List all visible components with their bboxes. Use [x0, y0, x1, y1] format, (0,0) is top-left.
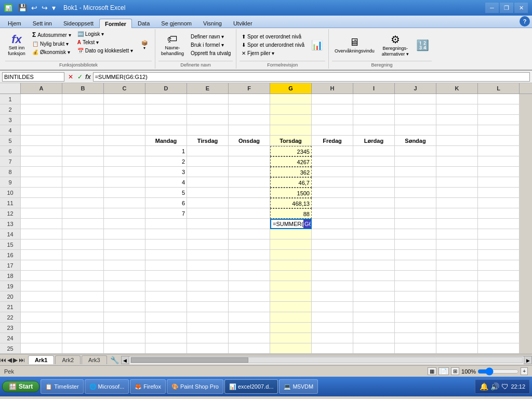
cell-a4[interactable] — [21, 125, 62, 136]
spor-overordnet-btn[interactable]: ⬆ Spor et overordnet nivå — [240, 33, 307, 41]
cell-b4[interactable] — [62, 125, 104, 136]
zoom-in-btn[interactable]: + — [521, 367, 528, 375]
cell-k12[interactable] — [436, 208, 478, 219]
col-header-i[interactable]: I — [353, 83, 395, 94]
cell-l9[interactable] — [478, 177, 520, 188]
dato-btn[interactable]: 📅 Dato og klokkeslett ▾ — [75, 47, 135, 55]
cell-h11[interactable] — [312, 198, 353, 208]
cell-k6[interactable] — [436, 146, 478, 156]
cell-k3[interactable] — [436, 115, 478, 125]
cell-b13[interactable] — [62, 219, 104, 229]
scroll-right-btn[interactable]: ▶ — [524, 356, 532, 364]
page-layout-btn[interactable]: 📄 — [438, 367, 449, 375]
tekst-btn[interactable]: A Tekst ▾ — [75, 38, 135, 46]
cell-j7[interactable] — [395, 156, 436, 167]
cell-f4[interactable] — [229, 125, 270, 136]
cell-a5[interactable] — [21, 136, 62, 146]
cell-j3[interactable] — [395, 115, 436, 125]
cell-j4[interactable] — [395, 125, 436, 136]
cell-j12[interactable] — [395, 208, 436, 219]
cell-b9[interactable] — [62, 177, 104, 188]
cell-i4[interactable] — [353, 125, 395, 136]
cell-a3[interactable] — [21, 115, 62, 125]
cell-h10[interactable] — [312, 188, 353, 198]
cell-k1[interactable] — [436, 94, 478, 104]
col-header-b[interactable]: B — [62, 83, 104, 94]
cell-e7[interactable] — [187, 156, 229, 167]
cell-j8[interactable] — [395, 167, 436, 177]
nylig-brukt-btn[interactable]: 📋 Nylig brukt ▾ — [30, 40, 73, 48]
taskbar-m5vdm[interactable]: 💻 M5VDM — [279, 379, 318, 394]
tray-network-icon[interactable]: 🔔 — [480, 382, 488, 391]
cell-k11[interactable] — [436, 198, 478, 208]
cell-e5[interactable]: Tirsdag — [187, 136, 229, 146]
cell-d6[interactable]: 1 — [145, 146, 187, 156]
normal-view-btn[interactable]: ▦ — [428, 367, 436, 375]
tab-formler[interactable]: Formler — [99, 19, 132, 28]
cell-i2[interactable] — [353, 104, 395, 115]
zoom-slider[interactable] — [477, 369, 519, 374]
cell-c3[interactable] — [104, 115, 145, 125]
cell-i3[interactable] — [353, 115, 395, 125]
cell-h4[interactable] — [312, 125, 353, 136]
cell-l2[interactable] — [478, 104, 520, 115]
cell-f10[interactable] — [229, 188, 270, 198]
cell-c7[interactable] — [104, 156, 145, 167]
cell-d13[interactable] — [145, 219, 187, 229]
cell-f11[interactable] — [229, 198, 270, 208]
col-header-l[interactable]: L — [478, 83, 520, 94]
cell-f9[interactable] — [229, 177, 270, 188]
col-header-g[interactable]: G — [270, 83, 312, 94]
tray-volume-icon[interactable]: 🔊 — [490, 382, 499, 391]
cell-c6[interactable] — [104, 146, 145, 156]
qat-more-btn[interactable]: ▾ — [50, 3, 57, 13]
cell-g10[interactable]: 1500 — [270, 188, 312, 198]
cell-h12[interactable] — [312, 208, 353, 219]
col-header-a[interactable]: A — [21, 83, 62, 94]
cell-l1[interactable] — [478, 94, 520, 104]
cell-g9[interactable]: 46,7 — [270, 177, 312, 188]
cell-h2[interactable] — [312, 104, 353, 115]
horizontal-scrollbar[interactable]: ◀ ▶ — [121, 356, 532, 364]
cell-a1[interactable] — [21, 94, 62, 104]
cell-e4[interactable] — [187, 125, 229, 136]
fjern-piler-btn[interactable]: ✕ Fjern piler ▾ — [240, 49, 307, 57]
cell-c4[interactable] — [104, 125, 145, 136]
cell-d12[interactable]: 7 — [145, 208, 187, 219]
page-break-btn[interactable]: ⊞ — [451, 367, 459, 375]
restore-btn[interactable]: ❐ — [500, 3, 513, 13]
sett-inn-funksjon-btn[interactable]: fx Sett innfunksjon — [5, 30, 28, 60]
redo-qat-btn[interactable]: ↪ — [40, 3, 49, 13]
prev-sheet-btn[interactable]: ◀ — [7, 356, 12, 364]
cell-l10[interactable] — [478, 188, 520, 198]
cell-c10[interactable] — [104, 188, 145, 198]
cell-i7[interactable] — [353, 156, 395, 167]
spor-underordnet-btn[interactable]: ⬇ Spor et underordnet nivå — [240, 41, 307, 49]
taskbar-firefox[interactable]: 🦊 Firefox — [130, 379, 166, 394]
definer-navn-btn[interactable]: Definer navn ▾ — [189, 33, 233, 41]
cell-c11[interactable] — [104, 198, 145, 208]
cell-a6[interactable] — [21, 146, 62, 156]
cell-k4[interactable] — [436, 125, 478, 136]
cell-l13[interactable] — [478, 219, 520, 229]
cell-j2[interactable] — [395, 104, 436, 115]
cell-j10[interactable] — [395, 188, 436, 198]
cell-h13[interactable] — [312, 219, 353, 229]
start-button[interactable]: 🪟 Start — [2, 381, 39, 392]
cell-e6[interactable] — [187, 146, 229, 156]
save-qat-btn[interactable]: 💾 — [17, 3, 29, 13]
cell-h6[interactable] — [312, 146, 353, 156]
scroll-thumb[interactable] — [131, 357, 248, 363]
last-sheet-btn[interactable]: ⏭ — [19, 356, 25, 364]
cell-l11[interactable] — [478, 198, 520, 208]
cell-f1[interactable] — [229, 94, 270, 104]
cell-a11[interactable] — [21, 198, 62, 208]
taskbar-timelister[interactable]: 📋 Timelister — [41, 379, 83, 394]
close-btn[interactable]: ✕ — [514, 3, 528, 13]
cell-j6[interactable] — [395, 146, 436, 156]
col-header-c[interactable]: C — [104, 83, 145, 94]
cell-b3[interactable] — [62, 115, 104, 125]
tray-security-icon[interactable]: 🛡 — [501, 382, 509, 391]
cell-l5[interactable] — [478, 136, 520, 146]
cell-e8[interactable] — [187, 167, 229, 177]
